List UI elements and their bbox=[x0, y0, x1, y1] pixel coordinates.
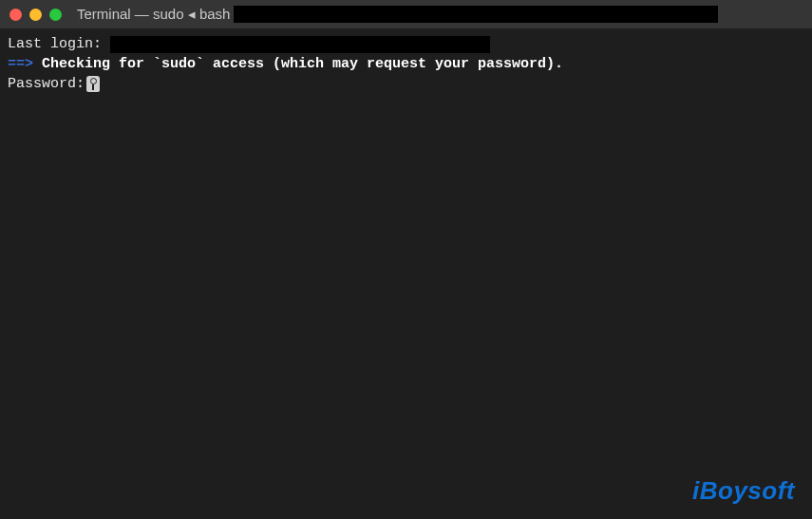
terminal-content[interactable]: Last login: ==> Checking for `sudo` acce… bbox=[0, 28, 812, 100]
checking-sudo-line: ==> Checking for `sudo` access (which ma… bbox=[8, 54, 804, 74]
maximize-button[interactable] bbox=[49, 9, 62, 21]
arrow-prefix: ==> bbox=[8, 54, 42, 74]
watermark-text: iBoysoft bbox=[692, 476, 795, 505]
password-prompt-label: Password: bbox=[8, 74, 85, 94]
watermark-logo: iBoysoft bbox=[692, 476, 795, 506]
last-login-line: Last login: bbox=[8, 34, 804, 54]
title-redacted-area bbox=[234, 6, 718, 23]
title-bar: Terminal — sudo ◂ bash bbox=[0, 0, 812, 28]
close-button[interactable] bbox=[9, 9, 22, 21]
checking-message: Checking for `sudo` access (which may re… bbox=[42, 54, 563, 74]
traffic-lights bbox=[9, 9, 62, 21]
window-title-text: Terminal — sudo ◂ bash bbox=[77, 6, 230, 23]
last-login-redacted bbox=[110, 36, 490, 53]
password-prompt-line: Password: bbox=[8, 74, 804, 94]
last-login-label: Last login: bbox=[8, 34, 110, 54]
window-title: Terminal — sudo ◂ bash bbox=[77, 6, 718, 23]
minimize-button[interactable] bbox=[29, 9, 42, 21]
key-icon bbox=[86, 76, 100, 92]
